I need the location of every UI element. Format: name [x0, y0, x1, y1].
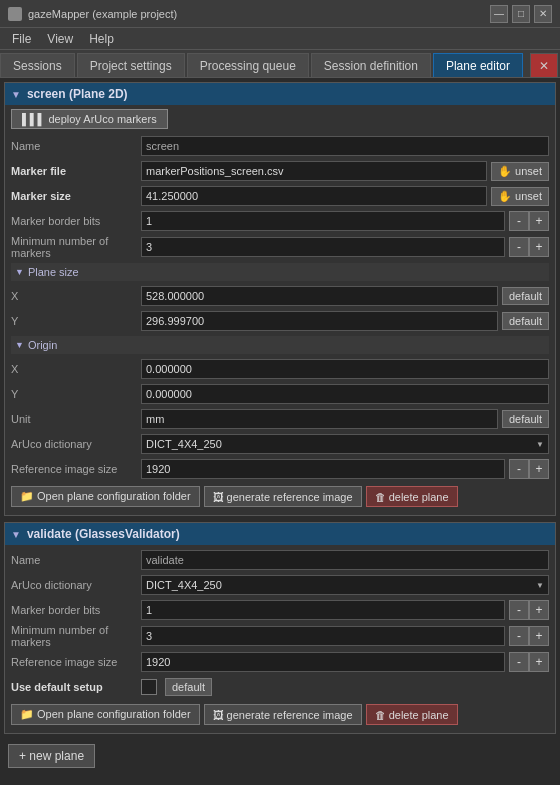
validate-marker-border-bits-row: Marker border bits - +: [11, 599, 549, 621]
ref-image-size-label: Reference image size: [11, 463, 141, 475]
validate-aruco-dict-label: ArUco dictionary: [11, 579, 141, 591]
validate-marker-border-bits-stepper: - +: [509, 600, 549, 620]
ref-image-size-minus[interactable]: -: [509, 459, 529, 479]
validate-ref-image-size-plus[interactable]: +: [529, 652, 549, 672]
menu-help[interactable]: Help: [81, 30, 122, 48]
unset-icon: ✋: [498, 165, 512, 178]
close-btn[interactable]: ✕: [534, 5, 552, 23]
min-markers-input[interactable]: [141, 237, 505, 257]
aruco-dict-value: DICT_4X4_250: [146, 438, 222, 450]
marker-border-bits-row: Marker border bits - +: [11, 210, 549, 232]
titlebar: gazeMapper (example project) — □ ✕: [0, 0, 560, 28]
tab-session-definition[interactable]: Session definition: [311, 53, 431, 77]
validate-marker-border-bits-plus[interactable]: +: [529, 600, 549, 620]
validate-ref-image-size-row: Reference image size - +: [11, 651, 549, 673]
validate-ref-image-size-input[interactable]: [141, 652, 505, 672]
min-markers-minus[interactable]: -: [509, 237, 529, 257]
aruco-dict-row: ArUco dictionary DICT_4X4_250 ▼: [11, 433, 549, 455]
use-default-setup-label: Use default setup: [11, 681, 141, 693]
gen-ref-btn-plane1[interactable]: 🖼 generate reference image: [204, 486, 362, 507]
open-folder-btn-plane1[interactable]: 📁 Open plane configuration folder: [11, 486, 200, 507]
use-default-setup-btn[interactable]: default: [165, 678, 212, 696]
plane-size-x-label: X: [11, 290, 141, 302]
tab-plane-editor[interactable]: Plane editor: [433, 53, 523, 77]
plane-size-y-input[interactable]: [141, 311, 498, 331]
validate-ref-image-size-stepper: - +: [509, 652, 549, 672]
ref-image-size-row: Reference image size - +: [11, 458, 549, 480]
min-markers-plus[interactable]: +: [529, 237, 549, 257]
new-plane-btn[interactable]: + new plane: [8, 744, 95, 768]
window-controls[interactable]: — □ ✕: [490, 5, 552, 23]
open-folder-btn-plane2[interactable]: 📁 Open plane configuration folder: [11, 704, 200, 725]
plane-block-validate: ▼ validate (GlassesValidator) Name ArUco…: [4, 522, 556, 734]
marker-border-bits-input[interactable]: [141, 211, 505, 231]
plane-size-y-default-btn[interactable]: default: [502, 312, 549, 330]
name-row: Name: [11, 135, 549, 157]
plane-body-screen: ▌▌▌ deploy ArUco markers Name Marker fil…: [5, 105, 555, 515]
name-input[interactable]: [141, 136, 549, 156]
marker-file-label: Marker file: [11, 165, 141, 177]
validate-min-markers-stepper: - +: [509, 626, 549, 646]
validate-aruco-dict-value: DICT_4X4_250: [146, 579, 222, 591]
origin-x-label: X: [11, 363, 141, 375]
ref-image-size-stepper: - +: [509, 459, 549, 479]
ref-image-size-input[interactable]: [141, 459, 505, 479]
marker-file-input[interactable]: [141, 161, 487, 181]
window-title: gazeMapper (example project): [28, 8, 490, 20]
delete-plane2-btn[interactable]: 🗑 delete plane: [366, 704, 458, 725]
validate-ref-image-size-minus[interactable]: -: [509, 652, 529, 672]
validate-min-markers-plus[interactable]: +: [529, 626, 549, 646]
validate-name-input[interactable]: [141, 550, 549, 570]
tab-sessions[interactable]: Sessions: [0, 53, 75, 77]
tab-close-btn[interactable]: ✕: [530, 53, 558, 77]
aruco-dict-dropdown[interactable]: DICT_4X4_250 ▼: [141, 434, 549, 454]
validate-ref-image-size-label: Reference image size: [11, 656, 141, 668]
marker-border-bits-plus[interactable]: +: [529, 211, 549, 231]
ref-image-size-plus[interactable]: +: [529, 459, 549, 479]
marker-size-input[interactable]: [141, 186, 487, 206]
origin-x-input[interactable]: [141, 359, 549, 379]
plane-title-screen: screen (Plane 2D): [27, 87, 128, 101]
unit-row: Unit default: [11, 408, 549, 430]
menubar: File View Help: [0, 28, 560, 50]
validate-marker-border-bits-minus[interactable]: -: [509, 600, 529, 620]
validate-name-label: Name: [11, 554, 141, 566]
origin-triangle: ▼: [15, 340, 24, 350]
plane-size-x-default-btn[interactable]: default: [502, 287, 549, 305]
origin-y-input[interactable]: [141, 384, 549, 404]
min-markers-stepper: - +: [509, 237, 549, 257]
maximize-btn[interactable]: □: [512, 5, 530, 23]
validate-min-markers-input[interactable]: [141, 626, 505, 646]
delete-plane1-btn[interactable]: 🗑 delete plane: [366, 486, 458, 507]
plane-size-triangle: ▼: [15, 267, 24, 277]
min-markers-label: Minimum number of markers: [11, 235, 141, 259]
validate-aruco-dict-dropdown[interactable]: DICT_4X4_250 ▼: [141, 575, 549, 595]
validate-min-markers-minus[interactable]: -: [509, 626, 529, 646]
marker-border-bits-label: Marker border bits: [11, 215, 141, 227]
gen-ref-btn-plane2[interactable]: 🖼 generate reference image: [204, 704, 362, 725]
validate-aruco-dict-row: ArUco dictionary DICT_4X4_250 ▼: [11, 574, 549, 596]
unit-default-btn[interactable]: default: [502, 410, 549, 428]
plane-size-y-row: Y default: [11, 310, 549, 332]
origin-y-row: Y: [11, 383, 549, 405]
validate-name-row: Name: [11, 549, 549, 571]
deploy-aruco-btn[interactable]: ▌▌▌ deploy ArUco markers: [11, 109, 168, 129]
use-default-setup-checkbox[interactable]: [141, 679, 157, 695]
menu-file[interactable]: File: [4, 30, 39, 48]
marker-size-unset-btn[interactable]: ✋ unset: [491, 187, 549, 206]
unset-icon2: ✋: [498, 190, 512, 203]
tab-project-settings[interactable]: Project settings: [77, 53, 185, 77]
unit-label: Unit: [11, 413, 141, 425]
validate-marker-border-bits-input[interactable]: [141, 600, 505, 620]
plane-size-x-input[interactable]: [141, 286, 498, 306]
plane-header-validate[interactable]: ▼ validate (GlassesValidator): [5, 523, 555, 545]
plane-header-screen[interactable]: ▼ screen (Plane 2D): [5, 83, 555, 105]
unit-input[interactable]: [141, 409, 498, 429]
minimize-btn[interactable]: —: [490, 5, 508, 23]
marker-file-unset-btn[interactable]: ✋ unset: [491, 162, 549, 181]
unset-label2: unset: [515, 190, 542, 202]
tab-processing-queue[interactable]: Processing queue: [187, 53, 309, 77]
menu-view[interactable]: View: [39, 30, 81, 48]
marker-border-bits-minus[interactable]: -: [509, 211, 529, 231]
plane-body-validate: Name ArUco dictionary DICT_4X4_250 ▼ Mar…: [5, 545, 555, 733]
